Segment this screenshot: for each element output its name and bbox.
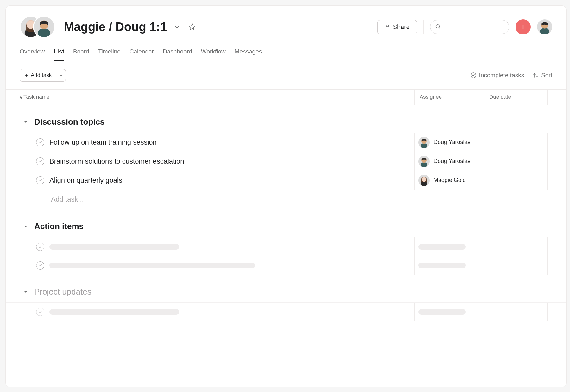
plus-icon <box>520 23 527 30</box>
assignee-cell[interactable]: Doug Yaroslav <box>414 133 484 152</box>
svg-point-14 <box>471 73 476 78</box>
filter-label: Incomplete tasks <box>479 72 524 79</box>
tab-messages[interactable]: Messages <box>235 48 262 61</box>
section-title: Action items <box>34 221 84 231</box>
assignee-avatar <box>418 175 430 186</box>
sort-icon <box>533 72 539 78</box>
due-date-cell <box>484 256 547 275</box>
task-name: Align on quarterly goals <box>49 176 122 184</box>
section-title: Project updates <box>34 287 92 297</box>
plus-icon <box>24 73 29 78</box>
assignee-cell <box>414 256 484 275</box>
add-task-button[interactable]: Add task <box>20 69 66 82</box>
lock-icon <box>385 24 390 30</box>
svg-point-19 <box>422 177 426 181</box>
extra-cell <box>547 171 566 190</box>
project-menu-dropdown[interactable] <box>172 22 182 32</box>
due-date-cell[interactable] <box>484 133 547 152</box>
complete-task-button[interactable] <box>36 157 44 165</box>
project-avatars <box>20 16 55 38</box>
table-header-row: # Task name Assignee Due date <box>6 89 566 105</box>
section-header: Action items <box>6 209 566 237</box>
extra-cell <box>547 237 566 256</box>
extra-cell <box>547 256 566 275</box>
tab-workflow[interactable]: Workflow <box>201 48 226 61</box>
svg-rect-15 <box>421 143 428 148</box>
skeleton-placeholder <box>418 309 466 315</box>
task-name: Follow up on team training session <box>49 138 157 146</box>
extra-cell <box>547 133 566 152</box>
add-task-inline[interactable]: Add task... <box>6 190 566 209</box>
section-header: Project updates <box>6 275 566 302</box>
tab-timeline[interactable]: Timeline <box>98 48 121 61</box>
favorite-star-icon[interactable] <box>187 22 197 32</box>
assignee-avatar <box>418 137 430 148</box>
task-name-cell: Align on quarterly goals <box>6 171 414 190</box>
tab-dashboard[interactable]: Dashboard <box>163 48 192 61</box>
col-header-due-date: Due date <box>484 90 547 105</box>
assignee-avatar <box>418 156 430 167</box>
project-header: Maggie / Doug 1:1 Share <box>6 6 566 38</box>
assignee-name: Doug Yaroslav <box>434 158 470 165</box>
search-input[interactable] <box>430 20 509 34</box>
extra-cell <box>547 152 566 171</box>
svg-rect-20 <box>421 182 427 186</box>
section-collapse-toggle[interactable] <box>23 290 30 294</box>
complete-task-button <box>36 243 44 251</box>
col-header-num: # <box>6 90 23 105</box>
search-field[interactable] <box>444 24 504 30</box>
avatar-doug <box>33 16 55 38</box>
extra-cell <box>547 303 566 321</box>
section-collapse-toggle[interactable] <box>23 224 30 229</box>
section-title: Discussion topics <box>34 117 105 127</box>
complete-task-button[interactable] <box>36 138 44 146</box>
skeleton-placeholder <box>49 309 179 315</box>
svg-point-6 <box>436 25 440 28</box>
complete-task-button <box>36 308 44 316</box>
share-button[interactable]: Share <box>377 20 417 34</box>
skeleton-placeholder <box>418 244 466 250</box>
filter-incomplete-tasks[interactable]: Incomplete tasks <box>470 72 524 79</box>
tab-board[interactable]: Board <box>73 48 89 61</box>
assignee-cell <box>414 303 484 321</box>
task-name-cell: Brainstorm solutions to customer escalat… <box>6 152 414 171</box>
global-add-button[interactable] <box>516 19 531 34</box>
current-user-avatar[interactable] <box>537 19 552 34</box>
task-row[interactable]: Align on quarterly goalsMaggie Gold <box>6 171 566 190</box>
task-row[interactable]: Brainstorm solutions to customer escalat… <box>6 152 566 171</box>
chevron-down-icon <box>59 73 63 77</box>
assignee-cell[interactable]: Maggie Gold <box>414 171 484 190</box>
svg-line-7 <box>439 28 440 29</box>
task-row-skeleton <box>6 256 566 275</box>
assignee-name: Doug Yaroslav <box>434 139 470 146</box>
task-name-cell <box>6 237 414 256</box>
share-label: Share <box>393 23 410 31</box>
task-name-cell <box>6 256 414 275</box>
due-date-cell[interactable] <box>484 152 547 171</box>
divider <box>423 20 424 34</box>
search-icon <box>435 24 441 30</box>
col-header-assignee: Assignee <box>414 90 484 105</box>
tab-list[interactable]: List <box>54 48 64 61</box>
task-table: # Task name Assignee Due date Discussion… <box>6 89 566 387</box>
add-task-dropdown[interactable] <box>56 69 66 81</box>
task-row-skeleton <box>6 237 566 256</box>
tab-calendar[interactable]: Calendar <box>130 48 154 61</box>
sort-button[interactable]: Sort <box>533 72 552 79</box>
project-title: Maggie / Doug 1:1 <box>64 20 167 34</box>
due-date-cell[interactable] <box>484 171 547 190</box>
assignee-cell[interactable]: Doug Yaroslav <box>414 152 484 171</box>
tab-overview[interactable]: Overview <box>20 48 45 61</box>
task-row-skeleton <box>6 302 566 321</box>
col-header-task-name: Task name <box>23 90 414 105</box>
complete-task-button[interactable] <box>36 176 44 184</box>
svg-rect-10 <box>540 28 549 34</box>
sort-label: Sort <box>541 72 552 79</box>
svg-rect-3 <box>38 29 50 37</box>
complete-task-button <box>36 261 44 270</box>
section-collapse-toggle[interactable] <box>23 120 30 124</box>
due-date-cell <box>484 237 547 256</box>
task-row[interactable]: Follow up on team training sessionDoug Y… <box>6 133 566 152</box>
col-header-extra <box>547 90 566 105</box>
assignee-name: Maggie Gold <box>434 177 466 184</box>
